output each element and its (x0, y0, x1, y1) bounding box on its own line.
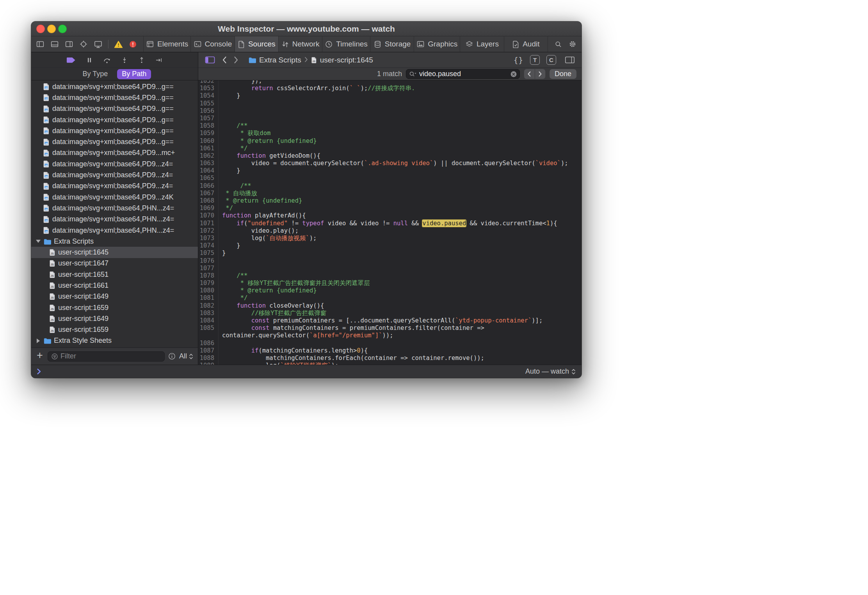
line-number[interactable]: 1080 (198, 287, 219, 294)
tab-audit[interactable]: Audit (504, 36, 548, 52)
find-next-button[interactable] (535, 69, 545, 79)
close-button[interactable] (36, 25, 45, 33)
disclosure-open-icon[interactable] (35, 240, 41, 243)
line-number[interactable]: 1076 (198, 257, 219, 265)
settings-gear-icon[interactable] (568, 40, 577, 48)
tree-item-row[interactable]: data:image/svg+xml;base64,PD9...g== (31, 81, 198, 92)
breadcrumb-folder[interactable]: Extra Scripts (259, 56, 301, 64)
line-number[interactable]: 1052 (198, 80, 219, 85)
line-number[interactable]: 1084 (198, 317, 219, 324)
line-number[interactable]: 1083 (198, 310, 219, 317)
tree-item-row[interactable]: data:image/svg+xml;base64,PD9...g== (31, 103, 198, 114)
tree-item-row[interactable]: data:image/svg+xml;base64,PHN...z4= (31, 225, 198, 236)
line-number[interactable] (198, 332, 219, 339)
pretty-print-icon[interactable]: {} (514, 56, 523, 64)
tree-item-row[interactable]: data:image/svg+xml;base64,PD9...z4K (31, 192, 198, 203)
tree-item-row[interactable]: data:image/svg+xml;base64,PD9...z4= (31, 159, 198, 169)
pause-icon[interactable] (85, 56, 93, 64)
breadcrumb-file[interactable]: user-script:1645 (320, 56, 373, 64)
tree-folder-row[interactable]: Extra Scripts (31, 236, 198, 247)
line-number[interactable]: 1074 (198, 242, 219, 249)
tree-item-row[interactable]: JSuser-script:1659 (31, 324, 198, 335)
line-number[interactable]: 1069 (198, 205, 219, 212)
error-icon[interactable] (129, 40, 137, 48)
scope-by-path[interactable]: By Path (117, 69, 151, 79)
line-number[interactable]: 1075 (198, 249, 219, 257)
clear-search-icon[interactable] (510, 71, 517, 78)
execution-context-picker[interactable]: Auto — watch (525, 367, 576, 376)
code-coverage-icon[interactable]: C (546, 55, 556, 65)
minimize-button[interactable] (47, 25, 56, 33)
line-number[interactable]: 1087 (198, 347, 219, 355)
tree-item-row[interactable]: JSuser-script:1647 (31, 258, 198, 269)
line-number[interactable]: 1054 (198, 92, 219, 100)
line-number[interactable]: 1070 (198, 212, 219, 219)
forward-button[interactable] (232, 56, 240, 64)
element-picker-icon[interactable] (79, 40, 88, 48)
breakpoints-toggle-icon[interactable] (66, 57, 76, 64)
zoom-button[interactable] (58, 25, 67, 33)
tree-folder-row[interactable]: Extra Style Sheets (31, 335, 198, 346)
warning-icon[interactable] (114, 40, 123, 48)
line-number[interactable]: 1053 (198, 85, 219, 92)
line-number[interactable]: 1059 (198, 130, 219, 137)
line-number[interactable]: 1088 (198, 355, 219, 362)
line-number[interactable]: 1082 (198, 302, 219, 310)
line-number[interactable]: 1077 (198, 265, 219, 272)
tab-layers[interactable]: Layers (460, 36, 503, 52)
line-number[interactable]: 1058 (198, 122, 219, 130)
line-number[interactable]: 1078 (198, 272, 219, 280)
line-number[interactable]: 1062 (198, 152, 219, 160)
tree-item-row[interactable]: data:image/svg+xml;base64,PD9...g== (31, 114, 198, 125)
tree-item-row[interactable]: data:image/svg+xml;base64,PD9...g== (31, 92, 198, 103)
find-input[interactable] (419, 70, 508, 78)
details-sidebar-icon[interactable] (563, 56, 577, 64)
tab-elements[interactable]: Elements (143, 36, 190, 52)
line-number[interactable]: 1057 (198, 115, 219, 122)
back-button[interactable] (220, 56, 229, 64)
tab-storage[interactable]: Storage (370, 36, 414, 52)
tab-network[interactable]: Network (278, 36, 322, 52)
step-next-icon[interactable] (155, 56, 163, 64)
line-number[interactable]: 1064 (198, 167, 219, 175)
line-number[interactable]: 1085 (198, 324, 219, 332)
sidebar-toggle-icon[interactable] (203, 56, 217, 64)
step-over-icon[interactable] (103, 56, 111, 64)
line-number[interactable]: 1055 (198, 100, 219, 107)
line-number[interactable]: 1086 (198, 340, 219, 347)
tab-graphics[interactable]: Graphics (414, 36, 460, 52)
disclosure-closed-icon[interactable] (35, 338, 41, 343)
line-number[interactable]: 1065 (198, 175, 219, 182)
line-number[interactable]: 1063 (198, 160, 219, 167)
step-into-icon[interactable] (121, 56, 128, 64)
dock-bottom-icon[interactable] (50, 40, 59, 48)
step-out-icon[interactable] (138, 56, 146, 64)
filter-field[interactable] (48, 351, 165, 362)
filter-input[interactable] (60, 352, 161, 360)
line-number[interactable]: 1071 (198, 220, 219, 227)
tree-item-row[interactable]: data:image/svg+xml;base64,PHN...z4= (31, 214, 198, 225)
info-icon[interactable] (168, 353, 176, 360)
device-icon[interactable] (94, 40, 103, 48)
line-number[interactable]: 1056 (198, 107, 219, 115)
tree-item-row[interactable]: data:image/svg+xml;base64,PD9...z4= (31, 181, 198, 192)
line-number[interactable]: 1079 (198, 280, 219, 287)
tab-console[interactable]: Console (190, 36, 234, 52)
line-number[interactable]: 1060 (198, 137, 219, 145)
line-number[interactable]: 1089 (198, 362, 219, 365)
tree-item-row[interactable]: data:image/svg+xml;base64,PD9...g== (31, 136, 198, 147)
tree-item-row[interactable]: JSuser-script:1645 (31, 247, 198, 258)
line-number[interactable]: 1073 (198, 235, 219, 242)
tree-item-row[interactable]: JSuser-script:1661 (31, 280, 198, 291)
resource-type-filter[interactable]: All (179, 352, 194, 360)
find-previous-button[interactable] (524, 69, 535, 79)
type-profiler-icon[interactable]: T (530, 55, 540, 65)
dock-left-icon[interactable] (36, 40, 44, 48)
tree-item-row[interactable]: JSuser-script:1659 (31, 302, 198, 313)
resource-tree[interactable]: data:image/svg+xml;base64,PD9...g==data:… (31, 80, 198, 347)
line-number[interactable]: 1066 (198, 182, 219, 190)
search-icon[interactable] (554, 40, 562, 48)
done-button[interactable]: Done (550, 69, 576, 79)
tree-item-row[interactable]: JSuser-script:1649 (31, 313, 198, 324)
line-number[interactable]: 1072 (198, 227, 219, 235)
